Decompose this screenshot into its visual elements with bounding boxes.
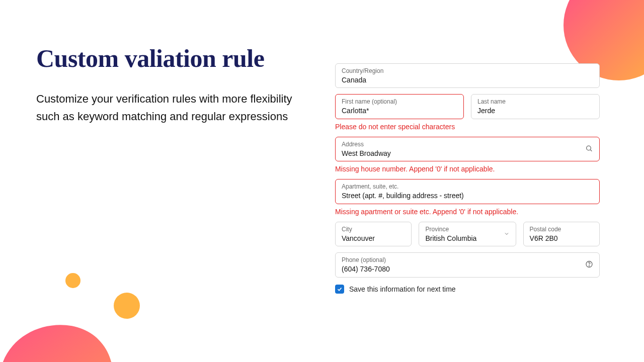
province-field[interactable]: Province British Columbia <box>419 222 516 246</box>
svg-point-1 <box>65 273 80 288</box>
page-title: Custom valiation rule <box>36 45 298 72</box>
phone-field[interactable]: Phone (optional) (604) 736-7080 <box>335 252 600 277</box>
city-label: City <box>342 226 405 234</box>
country-value: Canada <box>342 75 593 85</box>
decorative-blob-bottom-left <box>0 261 201 362</box>
checkout-address-form: Country/Region Canada First name (option… <box>335 63 600 294</box>
last-name-label: Last name <box>477 98 593 106</box>
address-label: Address <box>342 141 579 149</box>
save-info-row[interactable]: Save this information for next time <box>335 285 600 294</box>
last-name-field[interactable]: Last name Jerde <box>471 94 600 119</box>
city-field[interactable]: City Vancouver <box>335 222 412 246</box>
chevron-down-icon <box>504 230 510 238</box>
page-subtitle: Customize your verification rules with m… <box>36 90 298 125</box>
province-label: Province <box>425 226 495 234</box>
svg-point-6 <box>589 265 589 266</box>
city-value: Vancouver <box>342 234 405 243</box>
svg-point-2 <box>114 293 140 319</box>
country-label: Country/Region <box>342 67 593 75</box>
svg-line-4 <box>590 149 592 151</box>
phone-label: Phone (optional) <box>342 256 579 264</box>
save-info-label: Save this information for next time <box>349 285 456 293</box>
phone-value: (604) 736-7080 <box>342 264 579 274</box>
postal-code-value: V6R 2B0 <box>530 234 593 243</box>
province-value: British Columbia <box>425 234 495 243</box>
address-field[interactable]: Address West Broadway <box>335 137 600 161</box>
address-value: West Broadway <box>342 149 579 158</box>
apartment-label: Apartment, suite, etc. <box>342 183 593 191</box>
hero-copy: Custom valiation rule Customize your ver… <box>36 45 298 125</box>
first-name-label: First name (optional) <box>342 98 457 106</box>
search-icon[interactable] <box>585 144 593 154</box>
save-info-checkbox[interactable] <box>335 285 344 294</box>
country-field[interactable]: Country/Region Canada <box>335 63 600 88</box>
last-name-value: Jerde <box>477 106 593 116</box>
apartment-error: Missing apartment or suite etc. Append '… <box>335 208 600 216</box>
apartment-value: Street (apt. #, building address - stree… <box>342 191 593 201</box>
first-name-field[interactable]: First name (optional) Carlotta* <box>335 94 464 119</box>
postal-code-label: Postal code <box>530 226 593 234</box>
postal-code-field[interactable]: Postal code V6R 2B0 <box>523 222 600 246</box>
apartment-field[interactable]: Apartment, suite, etc. Street (apt. #, b… <box>335 179 600 204</box>
first-name-error: Please do not enter special characters <box>335 123 600 131</box>
first-name-value: Carlotta* <box>342 106 457 116</box>
help-icon[interactable] <box>585 260 593 270</box>
address-error: Missing house number. Append '0' if not … <box>335 165 600 173</box>
svg-point-3 <box>587 146 591 150</box>
